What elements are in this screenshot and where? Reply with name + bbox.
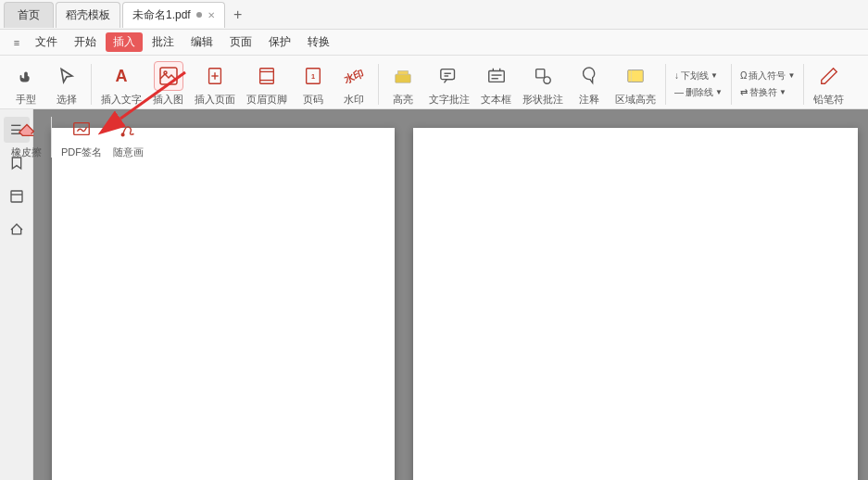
- textbox-icon[interactable]: [482, 61, 511, 91]
- sidebar-home-btn[interactable]: [4, 217, 30, 243]
- text-comment-icon[interactable]: [434, 61, 464, 91]
- highlight-icon[interactable]: [388, 61, 418, 91]
- note-label: 注释: [579, 93, 599, 107]
- note-icon[interactable]: [574, 61, 604, 91]
- pdf-sign-label: PDF签名: [61, 145, 102, 159]
- tool-replace-symbol[interactable]: ⇄ 替换符 ▼: [737, 85, 798, 100]
- eraser-icon[interactable]: [12, 114, 42, 144]
- replace-icon: ⇄: [740, 87, 748, 97]
- tool-page-num[interactable]: 1 页码: [295, 59, 332, 108]
- tool-insert-text[interactable]: A 插入文字: [97, 59, 145, 108]
- replace-dropdown[interactable]: ▼: [779, 88, 786, 96]
- sidebar-page-btn[interactable]: [4, 183, 30, 209]
- menu-file[interactable]: 文件: [28, 32, 65, 52]
- svg-rect-5: [260, 69, 274, 84]
- tool-row-strikethrough: — 删除线 ▼: [672, 85, 725, 100]
- svg-point-20: [544, 77, 550, 83]
- tool-insert-page[interactable]: 插入页面: [191, 59, 239, 108]
- tool-insert-image[interactable]: 插入图: [149, 59, 187, 108]
- shape-comment-icon[interactable]: [528, 61, 558, 91]
- watermark-icon[interactable]: 水印: [334, 57, 372, 95]
- select-icon[interactable]: [52, 61, 82, 91]
- tool-pdf-sign[interactable]: PDF签名: [57, 112, 106, 161]
- sep5: [803, 64, 804, 105]
- svg-rect-19: [536, 69, 545, 78]
- pencil-label: 铅笔符: [813, 93, 844, 107]
- page-num-icon[interactable]: 1: [298, 61, 328, 91]
- tab-template[interactable]: 稻壳模板: [56, 2, 120, 28]
- tool-eraser[interactable]: 橡皮擦: [7, 112, 45, 161]
- tool-note[interactable]: 注释: [571, 59, 608, 108]
- tool-cover-page[interactable]: 页眉页脚: [243, 59, 291, 108]
- strikethrough-icon: —: [674, 87, 684, 97]
- insert-symbol-label: 插入符号: [748, 69, 786, 82]
- hand-icon[interactable]: [11, 61, 41, 91]
- tool-free-draw[interactable]: 随意画: [109, 112, 147, 161]
- tool-pencil[interactable]: 铅笔符: [810, 59, 848, 108]
- tool-group-symbols: Ω 插入符号 ▼ ⇄ 替换符 ▼: [737, 69, 798, 100]
- free-draw-icon[interactable]: [114, 114, 144, 144]
- tool-shape-comment[interactable]: 形状批注: [519, 59, 567, 108]
- strikethrough-label: 删除线: [686, 86, 713, 99]
- insert-text-icon[interactable]: A: [107, 61, 136, 91]
- svg-rect-10: [396, 74, 411, 82]
- menu-convert[interactable]: 转换: [300, 32, 337, 52]
- free-draw-label: 随意画: [113, 145, 144, 159]
- insert-image-label: 插入图: [153, 93, 183, 107]
- tool-insert-symbol[interactable]: Ω 插入符号 ▼: [737, 69, 798, 83]
- menu-bar: ≡ 文件 开始 插入 批注 编辑 页面 保护 转换: [0, 30, 868, 56]
- insert-page-icon[interactable]: [200, 61, 230, 91]
- tool-group-lines: ↓ 下划线 ▼ — 删除线 ▼: [672, 69, 725, 100]
- pdf-page-left: [52, 128, 395, 480]
- sep4: [731, 64, 732, 105]
- sep2: [378, 64, 379, 105]
- menu-hamburger-icon[interactable]: ≡: [7, 33, 26, 52]
- insert-page-label: 插入页面: [195, 93, 235, 107]
- insert-symbol-icon: Ω: [740, 70, 747, 81]
- tool-area-highlight[interactable]: 区域高亮: [611, 59, 660, 108]
- symbol-dropdown[interactable]: ▼: [787, 71, 795, 80]
- strikethrough-dropdown[interactable]: ▼: [715, 88, 723, 96]
- underline-dropdown[interactable]: ▼: [711, 71, 718, 80]
- menu-insert[interactable]: 插入: [106, 32, 143, 52]
- tab-home[interactable]: 首页: [4, 2, 54, 28]
- underline-icon: ↓: [674, 70, 679, 81]
- pdf-page-right: [413, 128, 858, 480]
- page-area[interactable]: [33, 109, 868, 480]
- underline-label: 下划线: [681, 69, 709, 82]
- tab-pdf[interactable]: 未命名1.pdf ✕: [122, 2, 225, 28]
- cover-page-icon[interactable]: [252, 61, 282, 91]
- replace-label: 替换符: [749, 86, 777, 99]
- pencil-icon[interactable]: [814, 61, 844, 91]
- tool-strikethrough[interactable]: — 删除线 ▼: [672, 85, 725, 100]
- svg-text:1: 1: [311, 72, 315, 81]
- menu-protect[interactable]: 保护: [261, 32, 298, 52]
- svg-rect-11: [441, 69, 455, 80]
- textbox-label: 文本框: [481, 93, 511, 107]
- sep6: [51, 117, 52, 158]
- tab-modified-dot: [196, 12, 202, 18]
- toolbar: 手型 选择 A 插入文字 插入图: [0, 56, 868, 109]
- svg-rect-26: [11, 191, 22, 202]
- tool-watermark[interactable]: 水印 水印: [335, 59, 372, 108]
- insert-image-icon[interactable]: [154, 61, 183, 91]
- area-highlight-icon[interactable]: [621, 61, 650, 91]
- cover-page-label: 页眉页脚: [246, 93, 287, 107]
- pdf-sign-icon[interactable]: [67, 114, 96, 144]
- tool-textbox[interactable]: 文本框: [477, 59, 515, 108]
- tab-close-button[interactable]: ✕: [208, 10, 215, 20]
- tool-text-comment[interactable]: 文字批注: [425, 59, 473, 108]
- tab-add-button[interactable]: +: [227, 4, 249, 26]
- tool-highlight[interactable]: 高亮: [384, 59, 421, 108]
- tool-underline[interactable]: ↓ 下划线 ▼: [672, 69, 721, 83]
- tool-select[interactable]: 选择: [48, 59, 85, 108]
- watermark-label: 水印: [344, 93, 364, 107]
- tool-hand[interactable]: 手型: [7, 59, 44, 108]
- select-label: 选择: [57, 93, 77, 107]
- svg-rect-14: [488, 71, 504, 82]
- menu-page[interactable]: 页面: [222, 32, 259, 52]
- menu-start[interactable]: 开始: [67, 32, 104, 52]
- eraser-label: 橡皮擦: [11, 145, 42, 159]
- menu-edit[interactable]: 编辑: [183, 32, 220, 52]
- menu-comment[interactable]: 批注: [145, 32, 182, 52]
